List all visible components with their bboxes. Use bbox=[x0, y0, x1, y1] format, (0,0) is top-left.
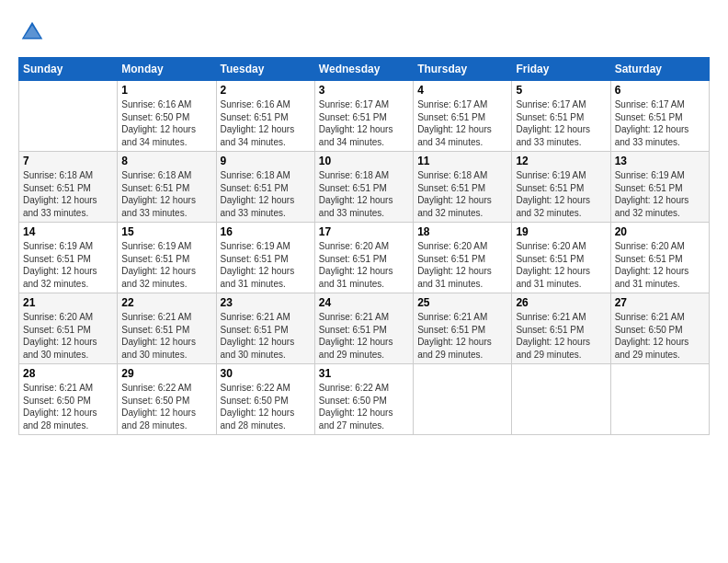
calendar-cell: 26Sunrise: 6:21 AM Sunset: 6:51 PM Dayli… bbox=[512, 293, 610, 364]
calendar-cell: 10Sunrise: 6:18 AM Sunset: 6:51 PM Dayli… bbox=[314, 152, 413, 223]
day-info: Sunrise: 6:20 AM Sunset: 6:51 PM Dayligh… bbox=[417, 240, 507, 290]
calendar-header-wednesday: Wednesday bbox=[314, 58, 413, 81]
calendar-header-monday: Monday bbox=[118, 58, 216, 81]
day-info: Sunrise: 6:21 AM Sunset: 6:51 PM Dayligh… bbox=[221, 311, 311, 361]
day-info: Sunrise: 6:18 AM Sunset: 6:51 PM Dayligh… bbox=[319, 169, 409, 219]
calendar-cell: 20Sunrise: 6:20 AM Sunset: 6:51 PM Dayli… bbox=[610, 223, 709, 293]
day-number: 1 bbox=[121, 84, 211, 97]
calendar-cell: 17Sunrise: 6:20 AM Sunset: 6:51 PM Dayli… bbox=[314, 223, 413, 293]
day-number: 9 bbox=[221, 155, 311, 167]
day-info: Sunrise: 6:21 AM Sunset: 6:51 PM Dayligh… bbox=[516, 311, 606, 361]
calendar-cell: 24Sunrise: 6:21 AM Sunset: 6:51 PM Dayli… bbox=[314, 293, 413, 364]
header bbox=[18, 18, 710, 46]
day-info: Sunrise: 6:20 AM Sunset: 6:51 PM Dayligh… bbox=[23, 311, 113, 361]
day-info: Sunrise: 6:17 AM Sunset: 6:51 PM Dayligh… bbox=[417, 98, 507, 148]
day-info: Sunrise: 6:17 AM Sunset: 6:51 PM Dayligh… bbox=[319, 98, 409, 148]
day-number: 27 bbox=[615, 296, 705, 309]
day-number: 6 bbox=[615, 84, 705, 97]
day-info: Sunrise: 6:22 AM Sunset: 6:50 PM Dayligh… bbox=[319, 382, 409, 431]
calendar-header-sunday: Sunday bbox=[19, 58, 118, 81]
calendar-cell: 7Sunrise: 6:18 AM Sunset: 6:51 PM Daylig… bbox=[19, 152, 118, 223]
calendar-cell: 18Sunrise: 6:20 AM Sunset: 6:51 PM Dayli… bbox=[414, 223, 512, 293]
calendar-table: SundayMondayTuesdayWednesdayThursdayFrid… bbox=[18, 57, 710, 435]
day-number: 21 bbox=[23, 296, 113, 309]
calendar-cell: 12Sunrise: 6:19 AM Sunset: 6:51 PM Dayli… bbox=[512, 152, 610, 223]
day-number: 28 bbox=[23, 367, 113, 380]
calendar-header-thursday: Thursday bbox=[414, 58, 512, 81]
day-number: 31 bbox=[319, 367, 409, 380]
day-number: 24 bbox=[319, 296, 409, 309]
calendar-week-2: 7Sunrise: 6:18 AM Sunset: 6:51 PM Daylig… bbox=[19, 152, 710, 223]
day-info: Sunrise: 6:18 AM Sunset: 6:51 PM Dayligh… bbox=[417, 169, 507, 219]
day-info: Sunrise: 6:19 AM Sunset: 6:51 PM Dayligh… bbox=[23, 240, 113, 290]
calendar-header-tuesday: Tuesday bbox=[216, 58, 314, 81]
day-number: 3 bbox=[319, 84, 409, 97]
day-info: Sunrise: 6:21 AM Sunset: 6:51 PM Dayligh… bbox=[121, 311, 211, 361]
calendar-cell: 21Sunrise: 6:20 AM Sunset: 6:51 PM Dayli… bbox=[19, 293, 118, 364]
calendar-week-3: 14Sunrise: 6:19 AM Sunset: 6:51 PM Dayli… bbox=[19, 223, 710, 293]
day-info: Sunrise: 6:18 AM Sunset: 6:51 PM Dayligh… bbox=[23, 169, 113, 219]
day-number: 19 bbox=[516, 225, 606, 238]
calendar-cell: 6Sunrise: 6:17 AM Sunset: 6:51 PM Daylig… bbox=[610, 81, 709, 152]
day-number: 15 bbox=[121, 225, 211, 238]
calendar-cell: 16Sunrise: 6:19 AM Sunset: 6:51 PM Dayli… bbox=[216, 223, 314, 293]
calendar-header-row: SundayMondayTuesdayWednesdayThursdayFrid… bbox=[19, 58, 710, 81]
calendar-cell: 27Sunrise: 6:21 AM Sunset: 6:50 PM Dayli… bbox=[610, 293, 709, 364]
logo bbox=[18, 18, 51, 46]
day-number: 13 bbox=[615, 155, 705, 167]
calendar-cell: 29Sunrise: 6:22 AM Sunset: 6:50 PM Dayli… bbox=[118, 364, 216, 435]
calendar-cell: 8Sunrise: 6:18 AM Sunset: 6:51 PM Daylig… bbox=[118, 152, 216, 223]
day-info: Sunrise: 6:17 AM Sunset: 6:51 PM Dayligh… bbox=[615, 98, 705, 148]
day-number: 23 bbox=[221, 296, 311, 309]
day-info: Sunrise: 6:17 AM Sunset: 6:51 PM Dayligh… bbox=[516, 98, 606, 148]
calendar-cell: 23Sunrise: 6:21 AM Sunset: 6:51 PM Dayli… bbox=[216, 293, 314, 364]
day-number: 22 bbox=[121, 296, 211, 309]
day-number: 29 bbox=[121, 367, 211, 380]
day-info: Sunrise: 6:20 AM Sunset: 6:51 PM Dayligh… bbox=[319, 240, 409, 290]
day-info: Sunrise: 6:22 AM Sunset: 6:50 PM Dayligh… bbox=[121, 382, 211, 431]
calendar-week-1: 1Sunrise: 6:16 AM Sunset: 6:50 PM Daylig… bbox=[19, 81, 710, 152]
day-info: Sunrise: 6:19 AM Sunset: 6:51 PM Dayligh… bbox=[516, 169, 606, 219]
day-info: Sunrise: 6:19 AM Sunset: 6:51 PM Dayligh… bbox=[221, 240, 311, 290]
calendar-cell: 22Sunrise: 6:21 AM Sunset: 6:51 PM Dayli… bbox=[118, 293, 216, 364]
logo-icon bbox=[18, 18, 46, 46]
day-number: 16 bbox=[221, 225, 311, 238]
day-number: 18 bbox=[417, 225, 507, 238]
calendar-week-4: 21Sunrise: 6:20 AM Sunset: 6:51 PM Dayli… bbox=[19, 293, 710, 364]
page: SundayMondayTuesdayWednesdayThursdayFrid… bbox=[0, 0, 728, 563]
calendar-cell: 4Sunrise: 6:17 AM Sunset: 6:51 PM Daylig… bbox=[414, 81, 512, 152]
day-number: 8 bbox=[121, 155, 211, 167]
day-info: Sunrise: 6:20 AM Sunset: 6:51 PM Dayligh… bbox=[516, 240, 606, 290]
day-number: 26 bbox=[516, 296, 606, 309]
calendar-cell: 13Sunrise: 6:19 AM Sunset: 6:51 PM Dayli… bbox=[610, 152, 709, 223]
day-number: 10 bbox=[319, 155, 409, 167]
calendar-week-5: 28Sunrise: 6:21 AM Sunset: 6:50 PM Dayli… bbox=[19, 364, 710, 435]
day-info: Sunrise: 6:20 AM Sunset: 6:51 PM Dayligh… bbox=[615, 240, 705, 290]
day-number: 30 bbox=[221, 367, 311, 380]
day-number: 14 bbox=[23, 225, 113, 238]
calendar-cell: 9Sunrise: 6:18 AM Sunset: 6:51 PM Daylig… bbox=[216, 152, 314, 223]
calendar-cell: 2Sunrise: 6:16 AM Sunset: 6:51 PM Daylig… bbox=[216, 81, 314, 152]
day-number: 20 bbox=[615, 225, 705, 238]
calendar-cell: 3Sunrise: 6:17 AM Sunset: 6:51 PM Daylig… bbox=[314, 81, 413, 152]
day-number: 7 bbox=[23, 155, 113, 167]
day-info: Sunrise: 6:19 AM Sunset: 6:51 PM Dayligh… bbox=[615, 169, 705, 219]
calendar-header-saturday: Saturday bbox=[610, 58, 709, 81]
calendar-cell bbox=[610, 364, 709, 435]
day-info: Sunrise: 6:21 AM Sunset: 6:50 PM Dayligh… bbox=[23, 382, 113, 431]
day-info: Sunrise: 6:16 AM Sunset: 6:51 PM Dayligh… bbox=[221, 98, 311, 148]
calendar-cell: 11Sunrise: 6:18 AM Sunset: 6:51 PM Dayli… bbox=[414, 152, 512, 223]
day-info: Sunrise: 6:21 AM Sunset: 6:51 PM Dayligh… bbox=[417, 311, 507, 361]
day-info: Sunrise: 6:21 AM Sunset: 6:51 PM Dayligh… bbox=[319, 311, 409, 361]
day-number: 11 bbox=[417, 155, 507, 167]
calendar-cell: 14Sunrise: 6:19 AM Sunset: 6:51 PM Dayli… bbox=[19, 223, 118, 293]
calendar-cell: 31Sunrise: 6:22 AM Sunset: 6:50 PM Dayli… bbox=[314, 364, 413, 435]
calendar-cell: 5Sunrise: 6:17 AM Sunset: 6:51 PM Daylig… bbox=[512, 81, 610, 152]
calendar-cell: 15Sunrise: 6:19 AM Sunset: 6:51 PM Dayli… bbox=[118, 223, 216, 293]
calendar-cell: 30Sunrise: 6:22 AM Sunset: 6:50 PM Dayli… bbox=[216, 364, 314, 435]
day-info: Sunrise: 6:19 AM Sunset: 6:51 PM Dayligh… bbox=[121, 240, 211, 290]
day-info: Sunrise: 6:21 AM Sunset: 6:50 PM Dayligh… bbox=[615, 311, 705, 361]
day-number: 2 bbox=[221, 84, 311, 97]
calendar-cell: 1Sunrise: 6:16 AM Sunset: 6:50 PM Daylig… bbox=[118, 81, 216, 152]
day-number: 17 bbox=[319, 225, 409, 238]
